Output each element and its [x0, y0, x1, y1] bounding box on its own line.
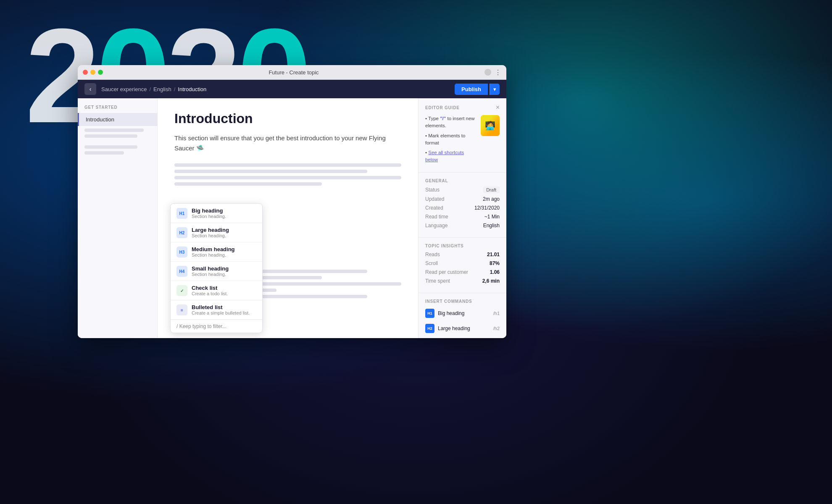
info-row-language: Language English: [425, 223, 500, 228]
insert-menu-item-check[interactable]: ✓ Check list Create a todo list.: [171, 281, 262, 300]
readtime-label: Read time: [425, 214, 448, 220]
readtime-value: ~1 Min: [484, 214, 500, 220]
editor-guide-close[interactable]: ×: [496, 104, 500, 111]
sidebar-item-introduction[interactable]: Introduction: [78, 113, 157, 126]
cmd-icon-h2: H2: [425, 324, 434, 333]
breadcrumb-current: Introduction: [178, 86, 206, 92]
insert-menu-item-h1[interactable]: H1 Big heading Section heading.: [171, 204, 262, 223]
content-line: [174, 182, 322, 186]
insert-menu-item-bullet[interactable]: ≡ Bulleted list Create a simple bulleted…: [171, 300, 262, 320]
commands-list: H1 Big heading /h1 H2 Large heading /h2: [425, 307, 500, 339]
editor-area[interactable]: Introduction This section will ensure th…: [158, 98, 418, 338]
updated-value: 2m ago: [483, 196, 500, 202]
right-panel: EDITOR GUIDE × • Type "/" to insert new …: [418, 98, 506, 338]
editor-title: Introduction: [174, 111, 401, 126]
cmd-row-h3[interactable]: H3 Medium heading /h3: [425, 337, 500, 339]
menu-item-text-check: Check list Create a todo list.: [192, 285, 228, 296]
reads-value: 21.01: [487, 252, 500, 257]
topic-insights-section: TOPIC INSIGHTS Reads 21.01 Scroll 87% Re…: [419, 238, 506, 293]
browser-chrome: Future - Create topic ⋮: [78, 65, 506, 80]
status-label: Status: [425, 187, 440, 193]
content-lines-1: [174, 163, 401, 186]
insert-menu: H1 Big heading Section heading. H2 Large…: [170, 203, 263, 333]
cmd-row-h2[interactable]: H2 Large heading /h2: [425, 322, 500, 335]
reads-label: Reads: [425, 252, 440, 257]
editor-guide-tips: • Type "/" to insert new elements. • Mar…: [425, 115, 475, 166]
cmd-shortcut-h1: /h1: [493, 311, 500, 316]
breadcrumb-item-2[interactable]: English: [153, 86, 171, 92]
h4-badge: H4: [176, 266, 187, 277]
browser-dot-yellow[interactable]: [90, 70, 95, 75]
rpc-value: 1.06: [490, 269, 500, 275]
menu-item-title-h2: Large heading: [192, 227, 229, 233]
publish-button[interactable]: Publish: [455, 84, 488, 95]
menu-item-desc-bullet: Create a simple bulleted list.: [192, 310, 250, 315]
insights-rows: Reads 21.01 Scroll 87% Read per customer…: [425, 252, 500, 284]
breadcrumb-sep-2: /: [174, 86, 176, 92]
sidebar-section-title: GET STARTED: [78, 105, 157, 113]
browser-window: Future - Create topic ⋮ ‹ Saucer experie…: [78, 65, 506, 338]
insert-menu-item-h2[interactable]: H2 Large heading Section heading.: [171, 223, 262, 242]
info-row-updated: Updated 2m ago: [425, 196, 500, 202]
info-row-status: Status Draft: [425, 186, 500, 193]
top-nav: ‹ Saucer experience / English / Introduc…: [78, 80, 506, 98]
back-button[interactable]: ‹: [84, 83, 96, 95]
menu-item-title-bullet: Bulleted list: [192, 304, 250, 310]
menu-item-title-h1: Big heading: [192, 207, 226, 214]
browser-title: Future - Create topic: [105, 69, 482, 76]
cmd-icon-h1: H1: [425, 309, 434, 318]
updated-label: Updated: [425, 196, 444, 202]
guide-tip-1: • Type "/" to insert new elements.: [425, 115, 475, 130]
menu-item-title-h4: Small heading: [192, 265, 229, 272]
timespent-label: Time spent: [425, 278, 450, 284]
breadcrumb-item-1[interactable]: Saucer experience: [101, 86, 147, 92]
insights-row-rpc: Read per customer 1.06: [425, 269, 500, 275]
content-line: [174, 176, 401, 179]
breadcrumb-sep-1: /: [149, 86, 151, 92]
insert-commands-title: INSERT COMMANDS: [425, 299, 500, 304]
editor-subtitle: This section will ensure that you get th…: [174, 133, 401, 153]
nav-actions: Publish ▾: [455, 84, 500, 95]
insights-row-scroll: Scroll 87%: [425, 260, 500, 266]
menu-item-title-h3: Medium heading: [192, 246, 235, 252]
browser-icon-circle: [484, 69, 491, 76]
insert-menu-item-h3[interactable]: H3 Medium heading Section heading.: [171, 242, 262, 262]
browser-dot-red[interactable]: [83, 70, 88, 75]
language-label: Language: [425, 223, 448, 228]
insert-commands-section: INSERT COMMANDS H1 Big heading /h1 H2 La…: [419, 293, 506, 339]
browser-menu-icon[interactable]: ⋮: [495, 68, 501, 76]
menu-item-title-check: Check list: [192, 285, 228, 291]
menu-item-desc-h1: Section heading.: [192, 214, 226, 219]
content-line: [174, 163, 401, 167]
cmd-row-h1[interactable]: H1 Big heading /h1: [425, 307, 500, 320]
general-rows: Status Draft Updated 2m ago Created 12/3…: [425, 186, 500, 228]
placeholder-line: [84, 151, 124, 155]
publish-dropdown-button[interactable]: ▾: [490, 84, 500, 95]
placeholder-line: [84, 129, 144, 132]
guide-illustration: 🧑‍💻: [481, 115, 500, 136]
menu-item-desc-h3: Section heading.: [192, 252, 235, 257]
app-container: ‹ Saucer experience / English / Introduc…: [78, 80, 506, 338]
h2-badge: H2: [176, 227, 187, 238]
timespent-value: 2,6 min: [482, 278, 500, 284]
content-line: [174, 170, 367, 173]
list-badge: ≡: [176, 304, 187, 315]
breadcrumb: Saucer experience / English / Introducti…: [101, 86, 450, 92]
general-section: GENERAL Status Draft Updated 2m ago Crea…: [419, 173, 506, 238]
check-badge: ✓: [176, 285, 187, 296]
main-layout: GET STARTED Introduction Introduction Th…: [78, 98, 506, 338]
insert-menu-item-h4[interactable]: H4 Small heading Section heading.: [171, 262, 262, 281]
menu-item-text-h1: Big heading Section heading.: [192, 207, 226, 219]
rpc-label: Read per customer: [425, 269, 468, 275]
h1-badge: H1: [176, 208, 187, 219]
sidebar: GET STARTED Introduction: [78, 98, 158, 338]
guide-tip-3: • See all shortcuts below: [425, 149, 475, 164]
browser-dot-green[interactable]: [98, 70, 103, 75]
info-row-readtime: Read time ~1 Min: [425, 214, 500, 220]
menu-item-text-bullet: Bulleted list Create a simple bulleted l…: [192, 304, 250, 315]
created-value: 12/31/2020: [474, 205, 500, 211]
menu-item-desc-check: Create a todo list.: [192, 291, 228, 296]
menu-item-desc-h2: Section heading.: [192, 233, 229, 238]
editor-guide-title: EDITOR GUIDE: [425, 105, 460, 110]
browser-icons: ⋮: [484, 68, 501, 76]
